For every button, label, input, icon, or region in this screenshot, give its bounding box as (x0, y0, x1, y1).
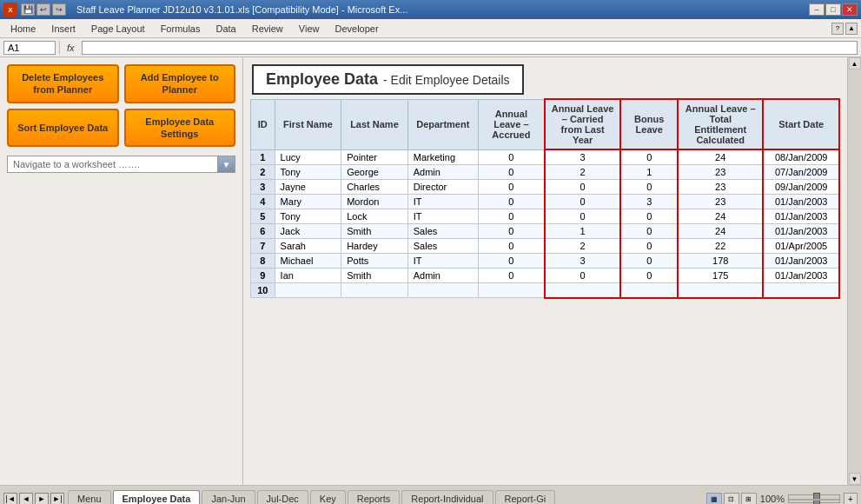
table-cell[interactable]: 1 (251, 149, 275, 165)
page-break-view-icon[interactable]: ⊞ (741, 493, 757, 504)
table-cell[interactable]: 01/Jan/2003 (763, 209, 839, 224)
zoom-in-button[interactable]: + (844, 493, 858, 504)
sheet-tab-menu[interactable]: Menu (68, 490, 111, 504)
table-cell[interactable]: Smith (341, 269, 408, 283)
table-cell[interactable]: 0 (478, 269, 545, 283)
table-cell[interactable]: 24 (678, 149, 763, 165)
sheet-tab-jan-jun[interactable]: Jan-Jun (202, 490, 255, 504)
navigate-dropdown[interactable]: Navigate to a worksheet ……. ▼ (7, 156, 235, 173)
table-cell[interactable]: 07/Jan/2009 (763, 165, 839, 180)
sort-employee-button[interactable]: Sort Employee Data (7, 109, 119, 148)
table-cell[interactable]: Michael (275, 254, 341, 269)
table-cell[interactable] (620, 283, 678, 298)
tab-first-button[interactable]: |◄ (3, 493, 17, 504)
menu-page-layout[interactable]: Page Layout (84, 22, 152, 36)
menu-developer[interactable]: Developer (328, 22, 385, 36)
table-cell[interactable]: 2 (545, 165, 621, 180)
table-cell[interactable]: Mordon (341, 195, 408, 209)
quick-access-undo[interactable]: ↩ (36, 3, 50, 16)
menu-data[interactable]: Data (209, 22, 242, 36)
table-cell[interactable]: 3 (251, 180, 275, 195)
restore-button[interactable]: □ (825, 3, 841, 16)
table-cell[interactable]: 08/Jan/2009 (763, 149, 839, 165)
sheet-tab-employee-data[interactable]: Employee Data (113, 490, 201, 504)
close-button[interactable]: ✕ (842, 3, 858, 16)
table-cell[interactable]: Mary (275, 195, 341, 209)
table-cell[interactable]: Charles (341, 180, 408, 195)
table-cell[interactable] (763, 283, 839, 298)
sheet-tab-reports[interactable]: Reports (348, 490, 401, 504)
quick-access-save[interactable]: 💾 (21, 3, 35, 16)
table-cell[interactable]: 0 (545, 195, 621, 209)
menu-insert[interactable]: Insert (44, 22, 83, 36)
table-cell[interactable] (678, 283, 763, 298)
table-cell[interactable]: 2 (545, 239, 621, 254)
scroll-up-button[interactable]: ▲ (849, 57, 861, 70)
table-cell[interactable]: Marketing (407, 149, 478, 165)
table-cell[interactable] (407, 283, 478, 298)
sheet-tab-report-gi[interactable]: Report-Gi (495, 490, 556, 504)
table-cell[interactable]: 178 (678, 254, 763, 269)
vertical-scrollbar[interactable]: ▲ ▼ (847, 57, 861, 485)
table-cell[interactable]: 4 (251, 195, 275, 209)
zoom-slider[interactable] (788, 494, 840, 503)
table-cell[interactable]: IT (407, 195, 478, 209)
table-cell[interactable]: Admin (407, 269, 478, 283)
table-cell[interactable]: 0 (545, 269, 621, 283)
table-cell[interactable]: Ian (275, 269, 341, 283)
menu-formulas[interactable]: Formulas (154, 22, 208, 36)
table-cell[interactable] (275, 283, 341, 298)
table-cell[interactable]: Potts (341, 254, 408, 269)
table-cell[interactable]: 10 (251, 283, 275, 298)
table-cell[interactable]: Tony (275, 165, 341, 180)
table-cell[interactable]: Jack (275, 224, 341, 239)
table-cell[interactable]: 0 (620, 149, 678, 165)
menu-review[interactable]: Review (245, 22, 290, 36)
table-cell[interactable]: Tony (275, 209, 341, 224)
table-cell[interactable]: 5 (251, 209, 275, 224)
tab-next-button[interactable]: ► (35, 493, 49, 504)
table-cell[interactable]: Sarah (275, 239, 341, 254)
table-cell[interactable]: 0 (478, 149, 545, 165)
table-cell[interactable]: 6 (251, 224, 275, 239)
table-cell[interactable]: 01/Jan/2003 (763, 269, 839, 283)
cell-reference-input[interactable]: A1 (3, 41, 56, 55)
table-cell[interactable]: 0 (620, 209, 678, 224)
table-cell[interactable] (341, 283, 408, 298)
page-layout-view-icon[interactable]: ⊡ (724, 493, 739, 504)
sheet-tab-key[interactable]: Key (310, 490, 346, 504)
tab-prev-button[interactable]: ◄ (19, 493, 33, 504)
tab-last-button[interactable]: ►| (50, 493, 64, 504)
table-cell[interactable]: 9 (251, 269, 275, 283)
table-cell[interactable]: 2 (251, 165, 275, 180)
normal-view-icon[interactable]: ▦ (706, 493, 722, 504)
employee-data-settings-button[interactable]: Employee Data Settings (124, 109, 236, 148)
table-cell[interactable]: 01/Jan/2003 (763, 195, 839, 209)
menu-view[interactable]: View (292, 22, 327, 36)
table-cell[interactable]: Smith (341, 224, 408, 239)
table-cell[interactable]: 0 (478, 180, 545, 195)
table-cell[interactable]: Director (407, 180, 478, 195)
table-cell[interactable]: 3 (545, 149, 621, 165)
table-cell[interactable]: 0 (478, 239, 545, 254)
quick-access-redo[interactable]: ↪ (52, 3, 66, 16)
menu-home[interactable]: Home (3, 22, 43, 36)
table-cell[interactable]: 7 (251, 239, 275, 254)
add-employee-button[interactable]: Add Employee to Planner (124, 64, 236, 103)
table-cell[interactable]: 3 (620, 195, 678, 209)
table-cell[interactable]: 0 (620, 239, 678, 254)
table-cell[interactable]: 23 (678, 165, 763, 180)
table-cell[interactable]: 0 (620, 224, 678, 239)
table-cell[interactable]: Sales (407, 224, 478, 239)
table-cell[interactable]: 0 (478, 254, 545, 269)
ribbon-minimize-button[interactable]: ▲ (845, 23, 858, 35)
table-cell[interactable]: Sales (407, 239, 478, 254)
table-cell[interactable]: 0 (620, 269, 678, 283)
table-cell[interactable]: IT (407, 254, 478, 269)
table-cell[interactable]: 22 (678, 239, 763, 254)
table-cell[interactable]: 0 (545, 209, 621, 224)
table-cell[interactable]: 01/Apr/2005 (763, 239, 839, 254)
table-cell[interactable]: 1 (620, 165, 678, 180)
table-cell[interactable]: George (341, 165, 408, 180)
table-cell[interactable]: 0 (478, 165, 545, 180)
